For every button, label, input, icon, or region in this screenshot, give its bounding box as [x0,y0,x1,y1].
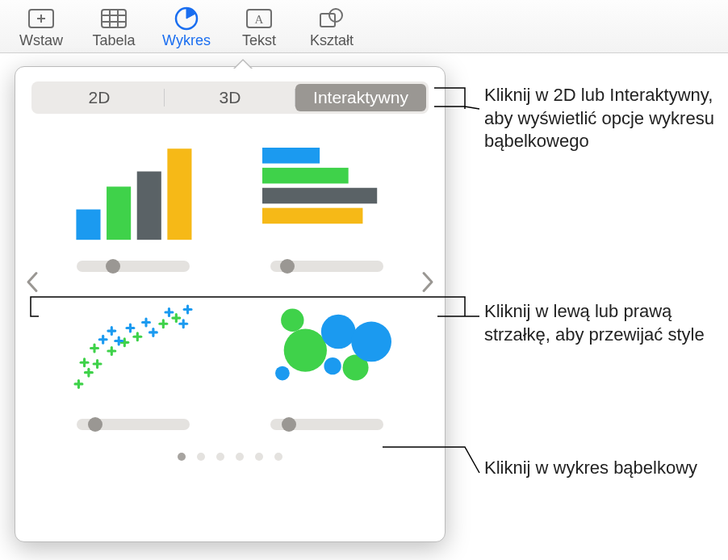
style-slider[interactable] [77,261,190,272]
scatter-chart-thumb[interactable] [52,288,214,430]
svg-rect-19 [262,188,377,204]
page-dot[interactable] [216,453,224,461]
svg-text:A: A [255,13,264,26]
toolbar-text[interactable]: A Tekst [231,6,287,49]
svg-rect-14 [107,186,131,240]
page-dot[interactable] [197,453,205,461]
svg-rect-20 [262,208,362,224]
bubble-chart-preview [254,288,400,409]
toolbar-label: Tabela [92,32,135,49]
svg-point-64 [324,357,341,374]
page-dot[interactable] [178,453,186,461]
svg-point-60 [284,328,327,371]
toolbar: Wstaw Tabela Wykres A [0,0,728,53]
toolbar-insert[interactable]: Wstaw [13,6,69,49]
svg-point-61 [321,315,356,349]
chart-icon [171,6,202,31]
callout-arrows: Kliknij w lewą lub prawą strzałkę, aby p… [484,300,726,346]
toolbar-label: Wykres [162,32,211,49]
toolbar-label: Tekst [242,32,276,49]
svg-point-63 [351,322,391,362]
text-icon: A [244,6,274,31]
style-slider[interactable] [77,419,190,430]
svg-rect-3 [102,10,126,27]
toolbar-chart[interactable]: Wykres [158,6,215,49]
table-icon [98,6,129,31]
svg-rect-18 [262,168,349,184]
bar-chart-thumb[interactable] [246,130,408,272]
page-dot[interactable] [255,453,263,461]
svg-rect-16 [167,148,191,240]
tab-2d[interactable]: 2D [34,84,165,111]
page-dot[interactable] [236,453,244,461]
bubble-chart-thumb[interactable] [246,288,408,430]
bar-chart-preview [254,130,400,251]
page-dot[interactable] [274,453,282,461]
toolbar-shape[interactable]: Kształt [303,6,360,49]
tab-3d[interactable]: 3D [165,84,295,111]
svg-rect-15 [137,171,161,240]
style-slider[interactable] [270,419,383,430]
column-chart-preview [61,130,206,251]
svg-point-59 [281,309,303,332]
scatter-chart-preview [61,288,206,409]
insert-icon [26,6,56,31]
callout-bubble: Kliknij w wykres bąbelkowy [484,457,697,480]
toolbar-label: Wstaw [19,32,63,49]
chart-type-tabs: 2D 3D Interaktywny [31,81,429,114]
callout-tabs: Kliknij w 2D lub Interaktywny, aby wyświ… [484,84,726,153]
column-chart-thumb[interactable] [52,130,214,272]
chart-popover: 2D 3D Interaktywny [15,66,446,542]
toolbar-table[interactable]: Tabela [86,6,142,49]
chart-style-grid [15,122,445,438]
shape-icon [316,6,347,31]
svg-point-65 [275,366,290,381]
toolbar-label: Kształt [310,32,354,49]
page-indicator[interactable] [15,453,445,461]
tab-interactive[interactable]: Interaktywny [295,84,426,111]
style-slider[interactable] [270,261,383,272]
svg-rect-13 [76,210,100,240]
svg-rect-17 [262,148,320,164]
